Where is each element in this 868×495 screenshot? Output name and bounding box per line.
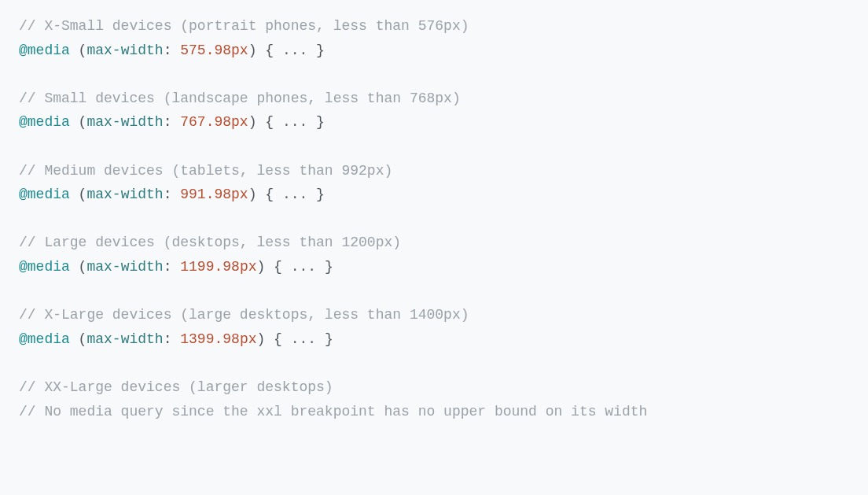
number-token: 991.98 (180, 187, 231, 202)
number-token: 575.98 (180, 42, 231, 58)
code-blank-line (19, 279, 849, 304)
punct-token: : (164, 114, 181, 130)
number-token: 767.98 (180, 114, 231, 130)
brace-token: { (265, 331, 290, 347)
property-token: max-width (86, 114, 163, 130)
brace-token: { (256, 187, 281, 202)
property-token: max-width (86, 42, 163, 58)
code-blank-line (19, 62, 849, 87)
property-token: max-width (86, 331, 163, 347)
code-snippet: // X-Small devices (portrait phones, les… (19, 14, 849, 423)
property-token: max-width (86, 187, 163, 202)
unit-token: px (240, 331, 257, 347)
code-line: // X-Large devices (large desktops, less… (19, 303, 849, 327)
punct-token: ( (70, 114, 87, 130)
number-token: 1399.98 (180, 331, 240, 347)
property-token: max-width (86, 259, 163, 275)
punct-token: ( (70, 42, 87, 58)
punct-token: : (164, 42, 181, 58)
comment-token: // No media query since the xxl breakpoi… (19, 404, 647, 419)
comment-token: // Large devices (desktops, less than 12… (19, 235, 401, 250)
atrule-token: @media (19, 259, 70, 275)
ellipsis-token: ... (282, 187, 307, 202)
comment-token: // Medium devices (tablets, less than 99… (19, 163, 392, 179)
atrule-token: @media (19, 187, 70, 202)
atrule-token: @media (19, 42, 70, 58)
ellipsis-token: ... (291, 331, 316, 347)
brace-token: } (307, 42, 325, 58)
brace-token: } (316, 259, 333, 275)
code-line: // No media query since the xxl breakpoi… (19, 400, 849, 424)
punct-token: ( (70, 187, 87, 202)
ellipsis-token: ... (282, 42, 307, 58)
comment-token: // XX-Large devices (larger desktops) (19, 379, 333, 395)
code-line: @media (max-width: 1199.98px) { ... } (19, 255, 849, 279)
punct-token: ) (256, 259, 265, 275)
punct-token: : (164, 187, 181, 202)
punct-token: ) (248, 42, 257, 58)
brace-token: } (316, 331, 333, 347)
unit-token: px (231, 42, 248, 58)
comment-token: // Small devices (landscape phones, less… (19, 91, 461, 106)
code-blank-line (19, 207, 849, 231)
brace-token: { (256, 42, 281, 58)
punct-token: : (164, 331, 181, 347)
code-line: // Large devices (desktops, less than 12… (19, 231, 849, 255)
ellipsis-token: ... (291, 259, 316, 275)
brace-token: { (265, 259, 290, 275)
brace-token: } (307, 187, 325, 202)
code-line: // Medium devices (tablets, less than 99… (19, 159, 849, 183)
code-blank-line (19, 135, 849, 159)
punct-token: ) (248, 114, 257, 130)
number-token: 1199.98 (180, 259, 240, 275)
brace-token: } (307, 114, 325, 130)
comment-token: // X-Large devices (large desktops, less… (19, 307, 469, 323)
code-line: // XX-Large devices (larger desktops) (19, 375, 849, 400)
code-blank-line (19, 351, 849, 375)
code-line: @media (max-width: 991.98px) { ... } (19, 183, 849, 207)
punct-token: ) (248, 187, 257, 202)
code-line: @media (max-width: 767.98px) { ... } (19, 110, 849, 135)
punct-token: ( (70, 331, 87, 347)
ellipsis-token: ... (282, 114, 307, 130)
code-line: @media (max-width: 1399.98px) { ... } (19, 327, 849, 352)
code-line: // Small devices (landscape phones, less… (19, 87, 849, 111)
punct-token: ( (70, 259, 87, 275)
code-line: @media (max-width: 575.98px) { ... } (19, 39, 849, 63)
atrule-token: @media (19, 114, 70, 130)
unit-token: px (231, 114, 248, 130)
brace-token: { (256, 114, 281, 130)
atrule-token: @media (19, 331, 70, 347)
unit-token: px (231, 187, 248, 202)
unit-token: px (240, 259, 257, 275)
code-line: // X-Small devices (portrait phones, les… (19, 14, 849, 39)
punct-token: ) (256, 331, 265, 347)
punct-token: : (164, 259, 181, 275)
comment-token: // X-Small devices (portrait phones, les… (19, 18, 469, 34)
